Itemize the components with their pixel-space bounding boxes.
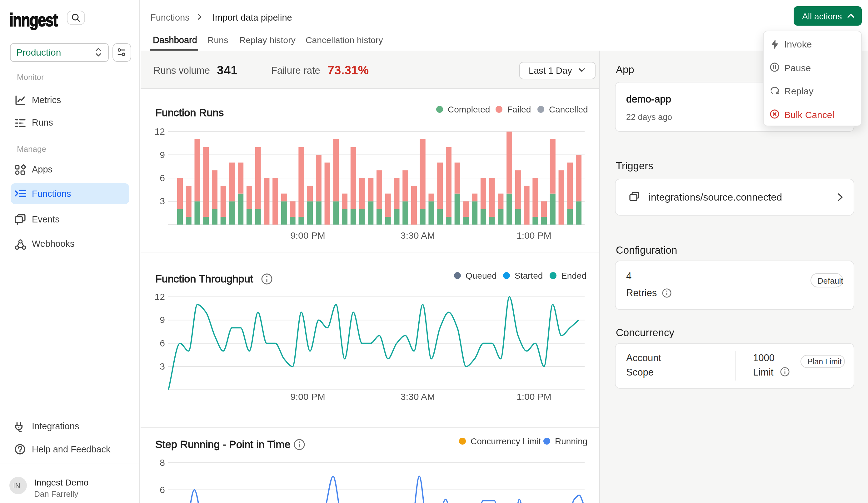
svg-text:Cancelled: Cancelled [549, 105, 588, 114]
svg-text:9:00 PM: 9:00 PM [290, 391, 325, 401]
svg-text:3: 3 [159, 361, 165, 371]
svg-text:8: 8 [159, 457, 165, 468]
svg-text:Concurrency Limit: Concurrency Limit [470, 436, 541, 446]
svg-text:Queued: Queued [465, 270, 496, 280]
svg-text:9: 9 [159, 150, 165, 160]
svg-text:Ended: Ended [561, 270, 586, 280]
svg-text:12: 12 [154, 291, 165, 301]
svg-text:1:00 PM: 1:00 PM [516, 230, 551, 240]
svg-text:12: 12 [154, 126, 165, 136]
svg-text:6: 6 [159, 338, 165, 348]
svg-text:Function Runs: Function Runs [155, 106, 224, 119]
svg-text:Started: Started [514, 270, 542, 280]
svg-text:Step Running - Point in Time: Step Running - Point in Time [155, 438, 290, 450]
svg-text:Failed: Failed [507, 105, 530, 114]
svg-text:1:00 PM: 1:00 PM [516, 391, 551, 401]
svg-text:9:00 PM: 9:00 PM [290, 230, 325, 240]
svg-text:Function Throughput: Function Throughput [155, 273, 253, 284]
svg-text:9: 9 [159, 314, 165, 325]
svg-text:6: 6 [159, 173, 165, 183]
svg-text:6: 6 [159, 484, 165, 495]
svg-text:Completed: Completed [447, 105, 489, 114]
svg-text:3:30 AM: 3:30 AM [400, 391, 435, 401]
svg-text:3: 3 [159, 196, 165, 206]
svg-text:3:30 AM: 3:30 AM [400, 230, 435, 240]
svg-text:Running: Running [555, 436, 587, 446]
